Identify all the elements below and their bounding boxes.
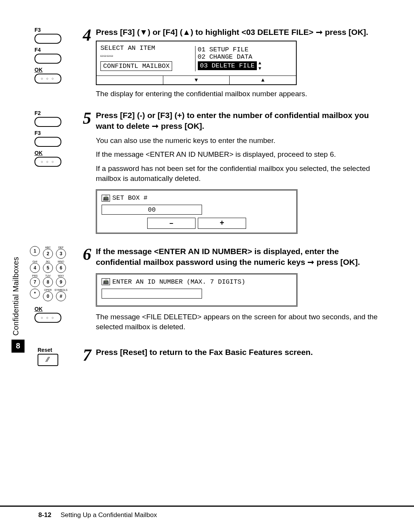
step-5-p3: If a password has not been set for the c… xyxy=(96,164,380,184)
key-label-ok-2: OK xyxy=(34,150,61,156)
step-number: 7 xyxy=(76,347,91,364)
keypad-star[interactable]: * xyxy=(30,289,40,299)
key-label-f3: F3 xyxy=(34,27,61,33)
document-page: Confidential Mailboxes 8 F3 F4 OK○ ○ ○ 4… xyxy=(0,0,414,532)
step-5-row: F2 F3 OK○ ○ ○ 5 Press [F2] (-) or [F3] (… xyxy=(23,110,380,246)
ok-button-2[interactable]: ○ ○ ○ xyxy=(34,157,61,167)
f3-button-2[interactable] xyxy=(34,137,61,147)
side-tab-label: Confidential Mailboxes xyxy=(12,257,20,336)
keypad-hash[interactable]: # xyxy=(56,291,66,301)
key-label-f3-2: F3 xyxy=(34,130,61,136)
lcd5-heading: SET BOX # xyxy=(112,194,148,202)
lcd-item-1: 01 SETUP FILE xyxy=(198,46,292,53)
key-label-f4: F4 xyxy=(34,47,61,53)
keypad-4[interactable]: 4 xyxy=(30,263,40,273)
keypad-9[interactable]: 9 xyxy=(56,277,66,287)
step-6-title: If the message <ENTER AN ID NUMBER> is d… xyxy=(96,246,380,268)
lcd-item-2: 02 CHANGE DATA xyxy=(198,53,292,61)
lcd-item-3-selected: 03 DELETE FILE xyxy=(198,61,257,70)
key-label-ok: OK xyxy=(34,67,61,73)
keypad-2[interactable]: 2 xyxy=(43,249,53,259)
side-tab: Confidential Mailboxes 8 xyxy=(12,257,25,353)
keypad-6[interactable]: 6 xyxy=(56,263,66,273)
key-label-ok-3: OK xyxy=(34,306,61,312)
step-5-title: Press [F2] (-) or [F3] (+) to enter the … xyxy=(96,110,380,132)
lcd-screen-step5: 📠 SET BOX # 00 – + xyxy=(96,189,297,234)
keypad-8[interactable]: 8 xyxy=(43,277,53,287)
step-number: 5 xyxy=(76,110,91,127)
chapter-number: 8 xyxy=(12,340,25,353)
step-6-row: 1 ABC2 DEF3 GHI4 JKL5 MNO6 PRS7 TUV8 WXY… xyxy=(23,246,380,343)
fax-icon-2: 📠 xyxy=(102,278,110,285)
step-6-after: The message <FILE DELETED> appears on th… xyxy=(96,312,380,332)
keypad-0[interactable]: 0 xyxy=(43,291,53,301)
lcd-screen-step4: SELECT AN ITEM ▭▭▭▭ CONFIDNTL MAILBOX 01… xyxy=(96,41,297,85)
step-5-keys: F2 F3 OK○ ○ ○ xyxy=(23,110,73,167)
step-number: 6 xyxy=(76,246,91,263)
lcd-sub: CONFIDNTL MAILBOX xyxy=(100,61,172,71)
step-7-title: Press [Reset] to return to the Fax Basic… xyxy=(96,347,380,358)
lcd-heading: SELECT AN ITEM xyxy=(100,44,195,52)
lcd-dots: ▭▭▭▭ xyxy=(100,53,195,58)
keypad-1[interactable]: 1 xyxy=(30,246,40,256)
footer-title: Setting Up a Confidential Mailbox xyxy=(61,511,157,519)
keypad-3[interactable]: 3 xyxy=(56,249,66,259)
f4-button[interactable] xyxy=(34,54,61,64)
keypad-5[interactable]: 5 xyxy=(43,263,53,273)
fax-icon: 📠 xyxy=(102,195,110,202)
f2-button[interactable] xyxy=(34,117,61,127)
page-number: 8-12 xyxy=(38,511,51,519)
step-4-keys: F3 F4 OK○ ○ ○ xyxy=(23,27,73,84)
scroll-indicator-icon: ▲▼ xyxy=(258,61,261,71)
plus-button: + xyxy=(198,218,246,229)
ok-button-3[interactable]: ○ ○ ○ xyxy=(34,313,61,323)
numeric-keypad: 1 ABC2 DEF3 GHI4 JKL5 MNO6 PRS7 TUV8 WXY… xyxy=(29,246,67,301)
lcd6-field xyxy=(102,289,202,299)
nav-up-icon: ▲ xyxy=(229,76,296,84)
key-label-reset: Reset xyxy=(38,347,58,353)
page-footer: 8-12 Setting Up a Confidential Mailbox xyxy=(0,506,414,519)
lcd6-heading: ENTER AN ID NUMBER (MAX. 7 DIGITS) xyxy=(112,278,245,286)
ok-button[interactable]: ○ ○ ○ xyxy=(34,74,61,84)
keypad-7[interactable]: 7 xyxy=(30,277,40,287)
step-5-p2: If the message <ENTER AN ID NUMBER> is d… xyxy=(96,149,380,160)
nav-down-icon: ▼ xyxy=(163,76,230,84)
step-6-keys: 1 ABC2 DEF3 GHI4 JKL5 MNO6 PRS7 TUV8 WXY… xyxy=(23,246,73,323)
key-label-f2: F2 xyxy=(34,110,61,116)
minus-button: – xyxy=(147,218,196,229)
f3-button[interactable] xyxy=(34,34,61,44)
step-4-title: Press [F3] (▼) or [F4] (▲) to highlight … xyxy=(96,27,380,38)
lcd-nav: ▼ ▲ xyxy=(97,76,296,84)
step-7-row: Reset⁄⁄ 7 Press [Reset] to return to the… xyxy=(23,347,380,371)
lcd5-value: 00 xyxy=(102,205,202,215)
reset-button[interactable]: ⁄⁄ xyxy=(38,354,58,366)
lcd-screen-step6: 📠 ENTER AN ID NUMBER (MAX. 7 DIGITS) xyxy=(96,273,297,307)
step-5-p1: You can also use the numeric keys to ent… xyxy=(96,136,380,146)
step-4-after: The display for entering the confidentia… xyxy=(96,89,380,99)
step-4-row: F3 F4 OK○ ○ ○ 4 Press [F3] (▼) or [F4] (… xyxy=(23,27,380,110)
step-number: 4 xyxy=(76,27,91,44)
step-7-keys: Reset⁄⁄ xyxy=(23,347,73,366)
